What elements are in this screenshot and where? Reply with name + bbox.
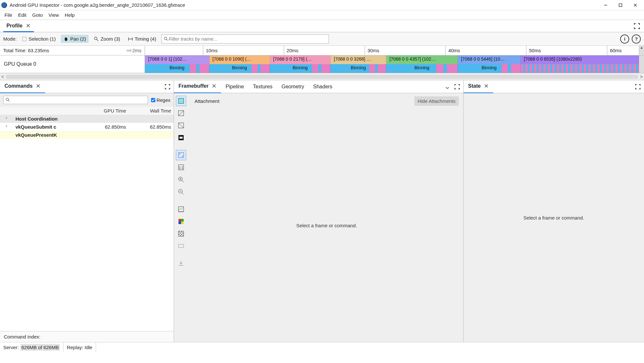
track-block[interactable]: [7068 0 0 6535] (1080x2280) [521, 55, 639, 64]
tab-geometry[interactable]: Geometry [277, 81, 309, 93]
tab-state[interactable]: State ✕ [464, 80, 493, 93]
scroll-up-icon[interactable]: ▲ [639, 46, 644, 55]
svg-rect-44 [182, 235, 184, 236]
mode-selection[interactable]: Selection (1) [19, 35, 58, 43]
svg-rect-40 [182, 232, 184, 234]
commands-search-input[interactable] [10, 98, 145, 103]
binning-block[interactable]: Binning [145, 64, 209, 73]
binning-block[interactable]: Binning [386, 64, 458, 73]
menu-help[interactable]: Help [63, 12, 77, 18]
chevron-down-icon[interactable]: ⌄ [444, 83, 451, 90]
attachment-label: Attachment: [195, 98, 220, 104]
fb-channels-icon[interactable] [176, 216, 186, 227]
svg-rect-1 [619, 4, 622, 6]
framebuffer-placeholder: Select a frame or command. [190, 109, 463, 342]
table-row[interactable]: › vkQueueSubmit c 62.850ms 62.850ms [0, 123, 174, 131]
fb-zoom-in-icon[interactable] [176, 174, 186, 185]
search-icon [164, 36, 169, 42]
command-name: Host Coordination [13, 115, 84, 123]
fb-depth-icon[interactable] [176, 132, 186, 143]
menu-edit[interactable]: Edit [16, 12, 28, 18]
center-panel: Framebuffer ✕ Pipeline Textures Geometry… [174, 80, 464, 342]
track-block[interactable]: [7068 0 0 5446] (10… [458, 55, 521, 64]
mode-pan[interactable]: Pan (2) [61, 35, 89, 43]
fullscreen-icon[interactable] [454, 84, 460, 90]
timeline-hscroll[interactable]: < > [0, 73, 644, 80]
status-bar: Server: 626MB of 626MB Replay: Idle [0, 342, 644, 352]
menu-file[interactable]: File [3, 12, 14, 18]
binning-block[interactable]: Binning [270, 64, 331, 73]
fb-fit-icon[interactable] [176, 150, 186, 160]
svg-rect-4 [23, 37, 26, 41]
close-icon[interactable]: ✕ [212, 83, 216, 90]
hide-attachments-button[interactable]: Hide Attachments [414, 96, 459, 106]
track-block[interactable]: [7068 0 0 2179] (… [270, 55, 331, 64]
tab-shaders[interactable]: Shaders [309, 81, 337, 93]
track-block[interactable]: [7068 0 0 4357] (102… [386, 55, 458, 64]
menu-view[interactable]: View [47, 12, 61, 18]
fb-actual-size-icon[interactable]: 1:1 [176, 162, 186, 172]
time-ticks[interactable]: 10ms 20ms 30ms 40ms 50ms 60ms [145, 46, 639, 55]
close-icon[interactable]: ✕ [26, 22, 31, 29]
timeline-vscroll[interactable] [639, 55, 644, 73]
fb-crop-icon[interactable] [176, 241, 186, 251]
svg-text:1:1: 1:1 [179, 166, 183, 170]
regex-checkbox-input[interactable] [151, 98, 155, 102]
expand-icon[interactable]: › [0, 115, 13, 123]
minimize-button[interactable] [598, 1, 613, 10]
fb-histogram-icon[interactable] [176, 204, 186, 214]
scroll-right-icon[interactable]: > [640, 74, 643, 79]
tab-commands[interactable]: Commands ✕ [0, 80, 45, 93]
fullscreen-icon[interactable] [634, 23, 640, 29]
mode-timing[interactable]: Timing (4) [125, 35, 159, 43]
mode-zoom[interactable]: Zoom (3) [91, 35, 123, 43]
hscroll-track[interactable] [6, 75, 638, 78]
expand-icon[interactable]: › [0, 123, 13, 131]
panels-area: Commands ✕ Regex GPU Time Wall Time [0, 80, 644, 342]
binning-block[interactable]: Binning [458, 64, 521, 73]
scroll-left-icon[interactable]: < [1, 74, 4, 79]
tab-framebuffer[interactable]: Framebuffer ✕ [174, 80, 221, 93]
svg-point-10 [164, 37, 167, 40]
menu-bar: File Edit Goto View Help [0, 10, 644, 20]
tab-profile[interactable]: Profile ✕ [3, 20, 34, 32]
table-row[interactable]: vkQueuePresentK [0, 131, 174, 139]
fullscreen-icon[interactable] [635, 84, 641, 90]
gpu-queue-row: GPU Queue 0 [7068 0 0 1] (102… [7068 0 0… [0, 55, 644, 73]
binning-block[interactable]: Binning [209, 64, 270, 73]
fb-wireframe-icon[interactable] [176, 108, 186, 118]
regex-checkbox[interactable]: Regex [151, 97, 170, 103]
track-block[interactable]: [7068 0 0 3268] … [331, 55, 386, 64]
tab-textures[interactable]: Textures [248, 81, 277, 93]
menu-goto[interactable]: Goto [30, 12, 45, 18]
track-block[interactable]: [7068 0 0 1090] (… [209, 55, 270, 64]
filter-tracks-field[interactable] [168, 36, 326, 42]
svg-line-16 [178, 111, 184, 116]
maximize-button[interactable] [613, 1, 628, 10]
table-row[interactable]: › Host Coordination [0, 115, 174, 123]
col-wall-time: Wall Time [129, 107, 174, 115]
state-placeholder: Select a frame or command. [464, 93, 644, 342]
gpu-queue-tracks[interactable]: [7068 0 0 1] (102… [7068 0 0 1090] (… [7… [145, 55, 639, 73]
tab-pipeline[interactable]: Pipeline [221, 81, 248, 93]
filter-tracks-input[interactable] [161, 34, 329, 44]
binning-block[interactable]: Binning [331, 64, 386, 73]
info-icon[interactable]: i [620, 34, 629, 44]
close-button[interactable] [628, 1, 643, 10]
fb-save-icon[interactable] [176, 258, 186, 269]
track-block[interactable]: [7068 0 0 1] (102… [145, 55, 209, 64]
close-icon[interactable]: ✕ [484, 83, 489, 90]
fb-zoom-out-icon[interactable] [176, 187, 186, 197]
commands-search[interactable] [3, 96, 148, 104]
profile-tab-bar: Profile ✕ [0, 20, 644, 32]
fb-overdraw-icon[interactable] [176, 120, 186, 131]
fb-checker-icon[interactable] [176, 229, 186, 239]
svg-line-13 [8, 100, 10, 102]
close-icon[interactable]: ✕ [36, 83, 41, 90]
binning-block[interactable] [521, 64, 639, 73]
selection-icon [22, 36, 27, 42]
fb-color-icon[interactable] [176, 96, 186, 106]
help-icon[interactable]: ? [632, 34, 641, 44]
fullscreen-icon[interactable] [165, 84, 170, 90]
tab-profile-label: Profile [6, 23, 23, 29]
